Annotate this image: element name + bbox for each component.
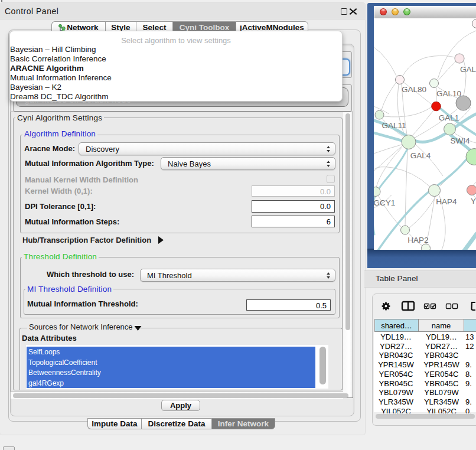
svg-text:GAL7: GAL7 <box>460 65 476 74</box>
svg-text:YM: YM <box>471 197 476 206</box>
svg-text:GAL80: GAL80 <box>402 85 426 94</box>
svg-text:GCY1: GCY1 <box>374 198 395 207</box>
svg-text:HAP2: HAP2 <box>407 236 428 244</box>
svg-text:HAP4: HAP4 <box>436 197 457 206</box>
svg-text:SWI4: SWI4 <box>450 136 470 145</box>
svg-text:GAL4: GAL4 <box>410 151 431 160</box>
svg-text:GAL1: GAL1 <box>439 113 459 122</box>
svg-text:GAL11: GAL11 <box>382 121 406 130</box>
svg-text:GAL10: GAL10 <box>436 89 461 98</box>
